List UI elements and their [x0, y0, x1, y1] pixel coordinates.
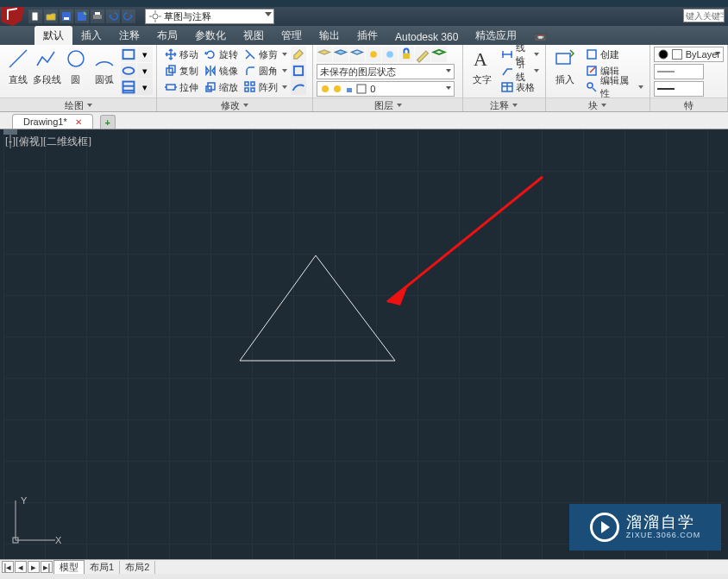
tab-addins[interactable]: 插件 — [348, 26, 386, 45]
fillet-tool[interactable]: 圆角 — [242, 63, 290, 79]
play-icon — [590, 513, 619, 542]
layout-tab-model[interactable]: 模型 — [53, 560, 85, 574]
color-selector[interactable]: ByLayer — [654, 47, 724, 62]
tab-layout[interactable]: 布局 — [148, 26, 186, 45]
chevron-down-icon[interactable] — [87, 104, 92, 107]
insert-block-tool[interactable]: 插入 — [549, 47, 581, 86]
create-block-tool[interactable]: 创建 — [583, 47, 646, 62]
rotate-tool[interactable]: 旋转 — [202, 47, 241, 62]
tab-insert[interactable]: 插入 — [72, 26, 110, 45]
tab-default[interactable]: 默认 — [35, 26, 72, 45]
redo-icon[interactable] — [122, 9, 135, 23]
rect-dropdown-icon[interactable]: ▾ — [137, 47, 153, 62]
layout-nav-prev[interactable]: ◂ — [15, 561, 27, 573]
search-input[interactable] — [683, 9, 725, 22]
chevron-down-icon[interactable] — [512, 104, 518, 107]
leader-tool[interactable]: 引线 — [499, 63, 542, 79]
layout-nav-last[interactable]: ▸| — [41, 561, 53, 573]
line-tool[interactable]: 直线 — [3, 47, 33, 86]
plot-icon[interactable] — [91, 9, 104, 23]
circle-tool[interactable]: 圆 — [61, 47, 91, 86]
table-tool[interactable]: 表格 — [499, 79, 542, 95]
panel-modify-title: 修改 — [221, 98, 240, 112]
chevron-down-icon[interactable] — [601, 104, 606, 107]
tab-view[interactable]: 视图 — [235, 26, 273, 45]
panel-layers-title: 图层 — [374, 98, 393, 112]
text-tool[interactable]: A 文字 — [467, 47, 497, 86]
copy-tool[interactable]: 复制 — [162, 63, 201, 79]
chevron-down-icon[interactable] — [397, 104, 402, 107]
polyline-tool[interactable]: 多段线 — [33, 47, 62, 86]
scale-tool[interactable]: 缩放 — [202, 79, 241, 95]
hatch-icon[interactable] — [121, 79, 136, 95]
trim-tool[interactable]: 修剪 — [242, 47, 290, 62]
workspace-label: 草图与注释 — [164, 10, 211, 23]
chevron-down-icon — [446, 69, 451, 72]
view-control-label[interactable]: [-][俯视][二维线框] — [5, 135, 91, 149]
edit-attr-tool[interactable]: 编辑属性 — [583, 79, 646, 95]
mirror-tool[interactable]: 镜像 — [202, 63, 241, 79]
file-tab-label: Drawing1* — [23, 116, 67, 127]
svg-rect-33 — [347, 88, 352, 92]
save-icon[interactable] — [60, 9, 73, 23]
close-icon[interactable]: ✕ — [75, 117, 82, 127]
app-icon[interactable] — [2, 7, 24, 26]
layout-tab-layout1[interactable]: 布局1 — [85, 561, 120, 574]
svg-rect-50 — [3, 129, 725, 559]
layout-nav-first[interactable]: |◂ — [2, 561, 14, 573]
array-tool[interactable]: 阵列 — [242, 79, 290, 95]
svg-rect-21 — [166, 85, 175, 90]
layer-off-icon[interactable] — [366, 47, 381, 62]
layer-match-icon[interactable] — [415, 47, 430, 62]
layer-iso-icon[interactable] — [349, 47, 365, 62]
ellipse-dropdown-icon[interactable]: ▾ — [137, 63, 153, 79]
svg-text:Y: Y — [21, 495, 28, 506]
layer-freeze-icon[interactable] — [382, 47, 398, 62]
workspace-selector[interactable]: 草图与注释 — [145, 9, 274, 24]
svg-line-11 — [9, 50, 27, 67]
offset-icon[interactable] — [291, 79, 306, 95]
svg-point-28 — [370, 51, 377, 58]
new-icon[interactable] — [28, 9, 42, 23]
circle-label: 圆 — [61, 73, 91, 86]
layout-nav-next[interactable]: ▸ — [28, 561, 40, 573]
move-tool[interactable]: 移动 — [162, 47, 201, 62]
panel-block-title: 块 — [588, 98, 598, 112]
new-drawing-tab[interactable]: + — [100, 115, 116, 129]
layer-states-icon[interactable] — [333, 47, 348, 62]
layer-lock-icon[interactable] — [399, 47, 414, 62]
svg-rect-43 — [587, 50, 596, 59]
undo-icon[interactable] — [106, 9, 120, 23]
current-layer-selector[interactable]: 0 — [317, 81, 455, 97]
svg-rect-25 — [251, 82, 254, 85]
drawing-canvas[interactable]: [-][俯视][二维线框] Y X 溜溜自学 ZIXUE.3066.COM — [0, 129, 728, 559]
tab-param[interactable]: 参数化 — [186, 26, 235, 45]
layer-props-icon[interactable] — [317, 47, 332, 62]
tab-manage[interactable]: 管理 — [273, 26, 311, 45]
svg-point-6 — [153, 14, 158, 19]
explode-icon[interactable] — [291, 63, 306, 79]
rectangle-icon[interactable] — [121, 47, 136, 62]
erase-icon[interactable] — [291, 47, 306, 62]
lineweight-selector[interactable] — [654, 81, 704, 97]
svg-rect-42 — [556, 53, 570, 64]
hatch-dropdown-icon[interactable]: ▾ — [137, 79, 153, 95]
watermark: 溜溜自学 ZIXUE.3066.COM — [569, 504, 721, 551]
linetype-selector[interactable] — [654, 64, 704, 79]
ellipse-icon[interactable] — [121, 63, 136, 79]
layer-state-selector[interactable]: 未保存的图层状态 — [317, 64, 455, 79]
saveas-icon[interactable] — [75, 9, 89, 23]
tab-featured[interactable]: 精选应用 — [467, 26, 525, 45]
tab-annotate[interactable]: 注释 — [110, 26, 148, 45]
chevron-down-icon[interactable] — [243, 104, 248, 107]
svg-rect-24 — [245, 82, 248, 85]
tab-output[interactable]: 输出 — [311, 26, 348, 45]
tab-extra[interactable]: 📼 — [525, 28, 543, 45]
open-icon[interactable] — [44, 9, 58, 23]
arc-tool[interactable]: 圆弧 — [91, 47, 120, 86]
tab-a360[interactable]: Autodesk 360 — [386, 28, 467, 45]
stretch-tool[interactable]: 拉伸 — [162, 79, 201, 95]
layer-more-icon[interactable] — [431, 47, 447, 62]
file-tab-drawing1[interactable]: Drawing1* ✕ — [12, 114, 93, 129]
layout-tab-layout2[interactable]: 布局2 — [120, 561, 155, 574]
